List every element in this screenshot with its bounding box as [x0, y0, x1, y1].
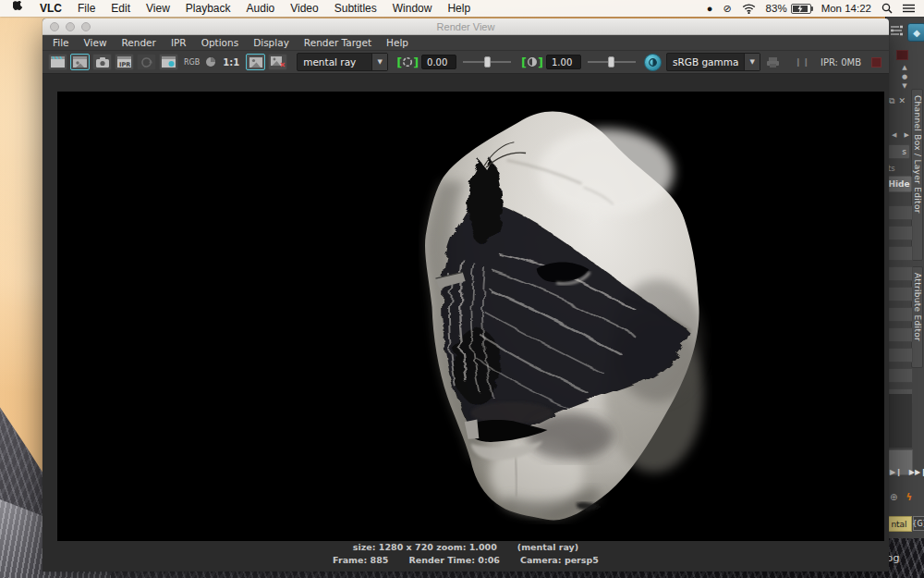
battery-icon: [791, 4, 811, 14]
print-snapshot-icon[interactable]: [763, 54, 783, 70]
rv-menu-ipr[interactable]: IPR: [171, 37, 187, 48]
render-view-menubar: File View Render IPR Options Display Ren…: [43, 35, 889, 51]
status-dot-icon[interactable]: ●: [707, 4, 713, 14]
ipr-region-swatch[interactable]: [871, 57, 881, 68]
panel-collapse-arrows[interactable]: ▲●▼: [902, 65, 907, 90]
pause-ipr-icon[interactable]: ❙❙: [795, 57, 810, 67]
alpha-channel-button[interactable]: [205, 54, 216, 71]
render-settings-icon[interactable]: {G}: [913, 516, 924, 531]
channel-box-objects-button[interactable]: s: [886, 144, 910, 159]
render-current-frame-button[interactable]: [48, 54, 67, 70]
rgb-channels-button[interactable]: RGB: [184, 58, 200, 67]
minimize-button[interactable]: [66, 22, 75, 31]
panel-dock-controls[interactable]: ⧉✕: [889, 96, 906, 106]
rv-menu-file[interactable]: File: [53, 37, 69, 48]
rv-menu-options[interactable]: Options: [201, 37, 239, 48]
hide-button[interactable]: Hide: [886, 176, 912, 192]
apple-logo-icon[interactable]: [13, 1, 24, 16]
rv-menu-render-target[interactable]: Render Target: [304, 37, 371, 48]
exposure-field[interactable]: 0.00: [421, 55, 456, 69]
status-renderer-note: (mental ray): [517, 542, 578, 552]
anim-key-icon[interactable]: ⊕: [890, 492, 897, 502]
color-management-button[interactable]: [644, 54, 662, 71]
go-to-end-button[interactable]: ▶▶❙: [909, 468, 924, 476]
menu-video[interactable]: Video: [290, 2, 318, 15]
panel-layout-button[interactable]: ◆: [907, 23, 924, 42]
battery-percentage: 83%: [766, 3, 787, 14]
menu-edit[interactable]: Edit: [111, 2, 130, 15]
step-forward-button[interactable]: ▶❙: [890, 468, 902, 476]
ipr-memory-label: IPR: 0MB: [821, 57, 861, 68]
renderer-dropdown[interactable]: mental ray ▼: [297, 53, 388, 71]
menu-subtitles[interactable]: Subtitles: [334, 2, 377, 15]
rv-menu-display[interactable]: Display: [253, 37, 289, 48]
chevron-down-icon: ▼: [371, 54, 387, 70]
auto-keyframe-icon[interactable]: ϟ: [906, 492, 912, 502]
render-view-window: Render View File View Render IPR Options…: [43, 18, 889, 572]
status-render-time: Render Time: 0:06: [408, 555, 500, 565]
rv-menu-view[interactable]: View: [84, 37, 107, 48]
menu-window[interactable]: Window: [393, 2, 432, 15]
redo-previous-render-button[interactable]: [70, 54, 90, 70]
snapshot-button[interactable]: [92, 54, 112, 70]
window-title: Render View: [437, 21, 495, 32]
zoom-button[interactable]: [81, 22, 91, 31]
gamma-slider[interactable]: [588, 55, 636, 69]
anim-pref-icons: ⊕ ϟ: [890, 492, 912, 502]
rv-menu-render[interactable]: Render: [122, 37, 156, 48]
render-view-statusbar: size: 1280 x 720 zoom: 1.000 (mental ray…: [43, 541, 889, 572]
circle-slash-icon[interactable]: ⊘: [723, 4, 731, 14]
menu-bar-clock[interactable]: Mon 14:22: [821, 3, 871, 14]
rendered-mask-image: [419, 95, 712, 541]
chevron-down-icon: ▼: [744, 54, 760, 70]
channel-box-fields[interactable]: [888, 205, 913, 403]
current-renderer-button[interactable]: ntal: [886, 516, 912, 532]
gamma-field[interactable]: 1.00: [546, 55, 581, 69]
menu-playback[interactable]: Playback: [186, 2, 231, 15]
menu-file[interactable]: File: [78, 2, 95, 15]
playback-controls[interactable]: ▶❙ ▶▶❙: [890, 468, 923, 476]
colorspace-dropdown[interactable]: sRGB gamma ▼: [666, 53, 760, 71]
status-size-zoom: size: 1280 x 720 zoom: 1.000: [353, 542, 497, 552]
refresh-ipr-button[interactable]: [137, 54, 156, 70]
ipr-badge-text: IPR: [119, 61, 130, 68]
renderer-dropdown-value: mental ray: [298, 56, 371, 68]
exposure-slider[interactable]: [463, 55, 511, 69]
undock-icon[interactable]: ⧉: [889, 96, 894, 106]
ipr-render-button[interactable]: IPR: [115, 54, 134, 70]
remove-image-button[interactable]: [268, 54, 287, 70]
rv-menu-help[interactable]: Help: [386, 37, 408, 48]
window-title-bar[interactable]: Render View: [43, 18, 889, 35]
keep-image-button[interactable]: [246, 54, 265, 70]
channel-box-nav-arrows[interactable]: ◀▶: [892, 131, 909, 139]
menu-help[interactable]: Help: [447, 2, 470, 15]
render-view-body: [43, 74, 889, 541]
status-frame: Frame: 885: [333, 555, 388, 565]
menu-audio[interactable]: Audio: [247, 2, 275, 15]
macos-menu-bar: VLC File Edit View Playback Audio Video …: [0, 0, 924, 17]
exposure-icon: [ ]: [396, 56, 419, 68]
render-canvas[interactable]: [57, 92, 884, 541]
wifi-icon[interactable]: [742, 4, 756, 14]
screen: b5.jpg VLC File Edit View Playback Audio…: [0, 0, 924, 578]
channel-box-inputs-label: ts: [888, 164, 895, 173]
ratio-1to1-button[interactable]: 1:1: [223, 57, 239, 68]
status-camera: Camera: persp5: [520, 555, 599, 565]
menu-view[interactable]: View: [146, 2, 170, 15]
battery-indicator[interactable]: 83%: [766, 3, 811, 14]
active-app-name[interactable]: VLC: [40, 2, 62, 15]
muted-render-icon[interactable]: [896, 50, 908, 60]
outliner-icon[interactable]: [889, 23, 905, 39]
gamma-icon: [ ]: [521, 56, 543, 68]
render-view-toolbar: IPR RGB 1:1 mental ray ▼: [43, 51, 889, 74]
colorspace-dropdown-value: sRGB gamma: [667, 56, 744, 68]
maya-background-window: ◆ ▲●▼ ⧉✕ Channel Box / Layer Editor Attr…: [885, 17, 924, 538]
render-region-button[interactable]: [159, 54, 178, 70]
layer-editor-area: [886, 394, 912, 448]
close-panel-icon[interactable]: ✕: [898, 96, 906, 106]
traffic-lights: [50, 22, 91, 31]
spotlight-search-icon[interactable]: [881, 3, 893, 14]
close-button[interactable]: [50, 22, 59, 31]
notification-center-icon[interactable]: [903, 4, 915, 14]
